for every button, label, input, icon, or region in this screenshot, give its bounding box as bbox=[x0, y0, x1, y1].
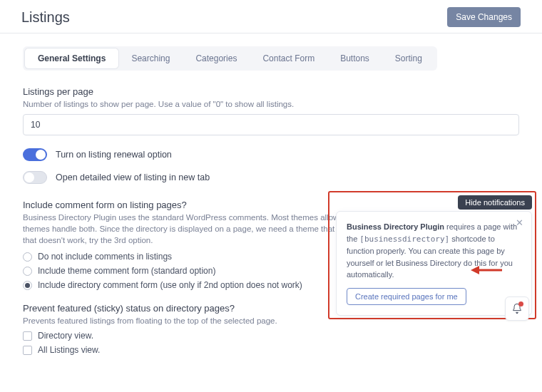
comment-option-0-radio[interactable] bbox=[23, 252, 32, 262]
comment-form-label: Include comment form on listing pages? bbox=[23, 200, 519, 210]
page-title: Listings bbox=[21, 9, 70, 26]
save-changes-button[interactable]: Save Changes bbox=[447, 7, 521, 27]
notification-strong: Business Directory Plugin bbox=[347, 222, 444, 231]
renewal-toggle-label: Turn on listing renewal option bbox=[56, 150, 172, 160]
create-required-pages-button[interactable]: Create required pages for me bbox=[347, 288, 466, 305]
renewal-toggle[interactable] bbox=[23, 148, 47, 161]
notifications-bell-button[interactable] bbox=[505, 296, 529, 321]
tab-contact-form[interactable]: Contact Form bbox=[250, 48, 327, 68]
tab-categories[interactable]: Categories bbox=[183, 48, 250, 68]
notification-card: ✕ Business Directory Plugin requires a p… bbox=[336, 211, 532, 316]
tab-sorting[interactable]: Sorting bbox=[382, 48, 435, 68]
sticky-directory-view-label: Directory view. bbox=[38, 331, 93, 341]
notification-code: [businessdirectory] bbox=[359, 234, 449, 244]
comment-option-2-label: Include directory comment form (use only… bbox=[38, 280, 302, 290]
sticky-all-listings-checkbox[interactable] bbox=[23, 346, 32, 355]
notification-text: Business Directory Plugin requires a pag… bbox=[347, 221, 521, 281]
settings-tabs: General Settings Searching Categories Co… bbox=[23, 46, 437, 71]
listings-per-page-help: Number of listings to show per page. Use… bbox=[23, 98, 519, 110]
listings-per-page-label: Listings per page bbox=[23, 86, 519, 97]
comment-option-1-label: Include theme comment form (standard opt… bbox=[38, 266, 215, 276]
sticky-all-listings-label: All Listings view. bbox=[38, 345, 100, 355]
sticky-directory-view-checkbox[interactable] bbox=[23, 331, 32, 341]
sticky-help: Prevents featured listings from floating… bbox=[23, 315, 519, 326]
comment-option-0-label: Do not include comments in listings bbox=[38, 252, 172, 262]
listings-per-page-input[interactable] bbox=[23, 114, 519, 135]
comment-option-2-radio[interactable] bbox=[23, 281, 32, 290]
close-icon[interactable]: ✕ bbox=[514, 218, 524, 228]
notification-dot-icon bbox=[518, 301, 523, 306]
comment-option-1-radio[interactable] bbox=[23, 267, 32, 276]
tab-searching[interactable]: Searching bbox=[118, 48, 183, 68]
tab-general-settings[interactable]: General Settings bbox=[25, 48, 118, 68]
new-tab-toggle[interactable] bbox=[23, 171, 47, 184]
hide-notifications-button[interactable]: Hide notifications bbox=[458, 195, 532, 210]
new-tab-toggle-label: Open detailed view of listing in new tab bbox=[56, 172, 210, 182]
tab-buttons[interactable]: Buttons bbox=[327, 48, 382, 68]
